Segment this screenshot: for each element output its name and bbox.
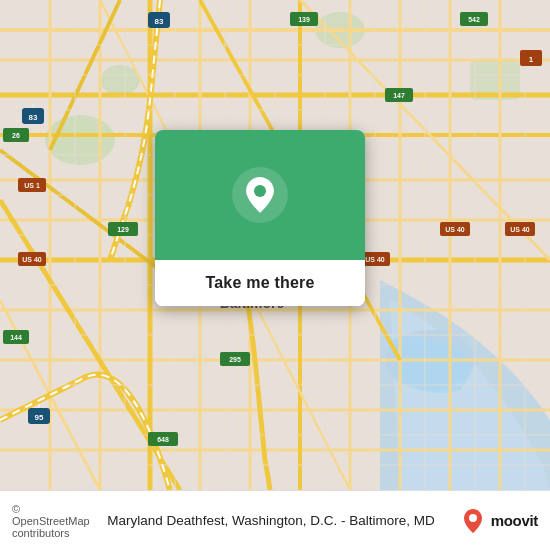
moovit-pin-icon <box>459 507 487 535</box>
svg-text:83: 83 <box>29 113 38 122</box>
svg-text:129: 129 <box>117 226 129 233</box>
svg-text:147: 147 <box>393 92 405 99</box>
map-container: 83 I 83 I 1 542 139 147 US 40 US 40 US 4… <box>0 0 550 490</box>
moovit-logo: moovit <box>459 507 538 535</box>
svg-text:26: 26 <box>12 132 20 139</box>
location-card: Take me there <box>155 130 365 306</box>
svg-text:83: 83 <box>155 17 164 26</box>
event-title: Maryland Deathfest, Washington, D.C. - B… <box>107 513 448 528</box>
moovit-brand-label: moovit <box>491 512 538 529</box>
svg-text:US 40: US 40 <box>365 256 385 263</box>
card-map-preview <box>155 130 365 260</box>
svg-text:95: 95 <box>35 413 44 422</box>
svg-text:139: 139 <box>298 16 310 23</box>
svg-text:US 40: US 40 <box>510 226 530 233</box>
svg-point-98 <box>469 514 477 522</box>
location-pin-icon <box>232 167 288 223</box>
bottom-bar: © OpenStreetMap contributors Maryland De… <box>0 490 550 550</box>
osm-credit: © OpenStreetMap contributors <box>12 503 97 539</box>
svg-text:US 40: US 40 <box>22 256 42 263</box>
svg-text:US 1: US 1 <box>24 182 40 189</box>
svg-text:1: 1 <box>529 55 534 64</box>
take-me-there-button[interactable]: Take me there <box>155 260 365 306</box>
svg-text:542: 542 <box>468 16 480 23</box>
svg-point-3 <box>100 65 140 95</box>
svg-point-97 <box>254 185 266 197</box>
svg-text:648: 648 <box>157 436 169 443</box>
svg-text:295: 295 <box>229 356 241 363</box>
svg-text:144: 144 <box>10 334 22 341</box>
svg-text:US 40: US 40 <box>445 226 465 233</box>
